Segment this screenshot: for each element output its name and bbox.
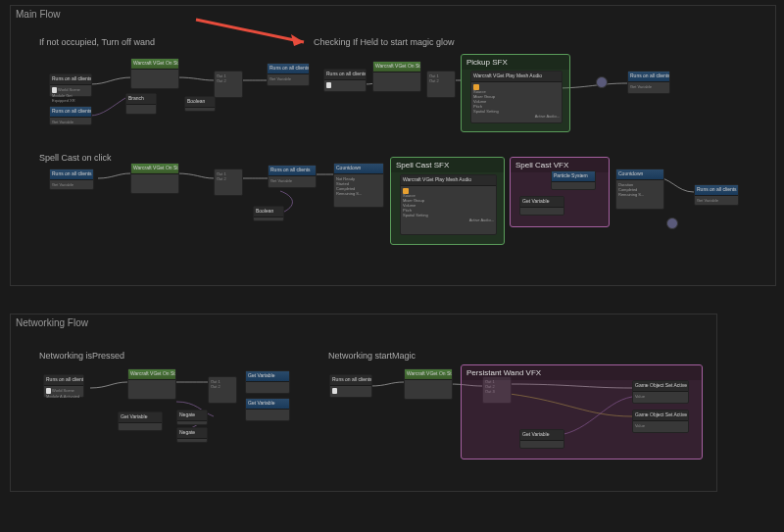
node-get-var-6[interactable]: Runs on all clients Get Variable [694, 184, 739, 206]
node-set-var-7[interactable]: Get Variable [245, 370, 290, 394]
node-set-var-2[interactable]: Runs on all clients Get Variable [627, 71, 670, 94]
node-get-var-10[interactable]: Get Variable [519, 429, 564, 449]
node-get-var-5[interactable]: Get Variable [519, 196, 564, 216]
comment-net-pressed: Networking isPressed [39, 351, 124, 361]
node-activated-1[interactable]: Runs on all clients World Scene Module A… [43, 374, 84, 398]
node-state-change-4[interactable]: Warcraft VGet On State Change Event [127, 368, 176, 400]
node-state-change-5[interactable]: Warcraft VGet On State Change Event [404, 368, 453, 400]
node-game-object-active-1[interactable]: Game Object Set Active Value [632, 380, 689, 404]
node-get-var-3[interactable]: Runs on all clients Get Variable [49, 169, 94, 190]
node-boolean-2[interactable]: Boolean [253, 206, 284, 221]
node-countdown-1[interactable]: Countdown Not Ready Started Completed Re… [333, 163, 384, 208]
comment-net-start-magic: Networking startMagic [328, 351, 416, 361]
node-split-2[interactable]: Out 1Out 2 [426, 71, 456, 98]
node-negate-1[interactable]: Negate [176, 410, 208, 425]
node-state-change-2[interactable]: Warcraft VGet On State Change Event [372, 61, 421, 92]
node-split-1[interactable]: Out 1Out 2 [214, 71, 243, 98]
variable-dot-1[interactable] [596, 76, 608, 88]
doc-icon [332, 388, 337, 394]
node-worldscene-3[interactable]: Runs on all clients [329, 374, 372, 398]
node-set-var-1[interactable]: Runs on all clients Get Variable [267, 63, 310, 86]
node-dataentry[interactable]: Runs on all clients Get Variable [49, 106, 92, 125]
node-game-object-active-2[interactable]: Game Object Set Active Value [632, 410, 689, 433]
node-branch-1[interactable]: Branch [125, 93, 157, 115]
node-get-var-9[interactable]: Get Variable [118, 411, 163, 431]
variable-dot-2[interactable] [666, 218, 678, 229]
comment-turn-off-wand: If not occupied, Turn off wand [39, 37, 155, 47]
main-flow-label: Main Flow [16, 9, 61, 20]
node-get-var-4[interactable]: Runs on all clients Get Variable [268, 165, 317, 188]
comment-check-held: Checking If Held to start magic glow [314, 37, 455, 47]
node-play-mesh-audio-2[interactable]: Warcraft VGet Play Mesh Audio Source Mix… [400, 174, 497, 235]
node-play-mesh-audio-1[interactable]: Warcraft VGet Play Mesh Audio Source Mix… [470, 71, 563, 123]
node-set-var-8[interactable]: Get Variable [245, 398, 290, 421]
networking-flow-label: Networking Flow [16, 317, 88, 328]
node-boolean-1[interactable]: Boolean [184, 96, 216, 112]
doc-icon [326, 82, 331, 88]
node-countdown-2[interactable]: Countdown Duration Completed Remaining S… [615, 169, 664, 210]
node-negate-2[interactable]: Negate [176, 427, 208, 443]
node-worldscene-2[interactable]: Runs on all clients [323, 69, 367, 92]
node-split-3[interactable]: Out 1Out 2 [214, 169, 243, 196]
node-state-change-1[interactable]: Warcraft VGet On State Change Event [130, 58, 179, 89]
node-get-equipped[interactable]: Runs on all clients World Scene Module G… [49, 73, 92, 97]
node-particle-1[interactable]: Particle System [551, 170, 596, 190]
node-state-change-3[interactable]: Warcraft VGet On State Change Event [130, 163, 179, 194]
comment-spell-cast: Spell Cast on click [39, 153, 112, 163]
node-split-4[interactable]: Out 1Out 2 [208, 376, 237, 404]
group-spell-cast-vfx[interactable]: Spell Cast VFX [510, 157, 610, 227]
